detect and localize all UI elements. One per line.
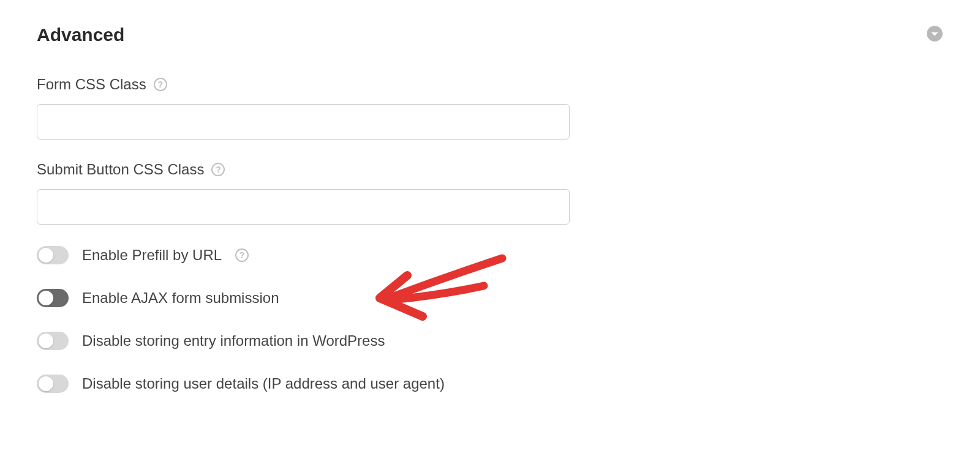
form-css-class-label: Form CSS Class [37,76,146,93]
toggle-knob [39,334,53,348]
disable-storing-user-toggle[interactable] [37,375,69,393]
help-icon[interactable]: ? [211,163,225,176]
toggle-knob [39,291,53,305]
submit-button-css-class-input[interactable] [37,189,570,225]
help-icon[interactable]: ? [235,248,249,262]
prefill-by-url-toggle[interactable] [37,246,69,264]
disable-storing-entry-toggle[interactable] [37,332,69,350]
disable-storing-user-label: Disable storing user details (IP address… [82,375,445,392]
toggle-knob [39,376,53,391]
toggle-knob [39,248,53,263]
prefill-by-url-label: Enable Prefill by URL [82,247,222,264]
form-css-class-input[interactable] [37,104,570,140]
collapse-icon[interactable] [926,25,943,45]
ajax-submission-toggle[interactable] [37,289,69,307]
disable-storing-entry-label: Disable storing entry information in Wor… [82,332,385,349]
help-icon[interactable]: ? [154,78,167,91]
submit-button-css-class-label: Submit Button CSS Class [37,161,204,178]
arrow-annotation [361,252,521,338]
ajax-submission-label: Enable AJAX form submission [82,289,279,307]
section-title: Advanced [37,24,124,45]
